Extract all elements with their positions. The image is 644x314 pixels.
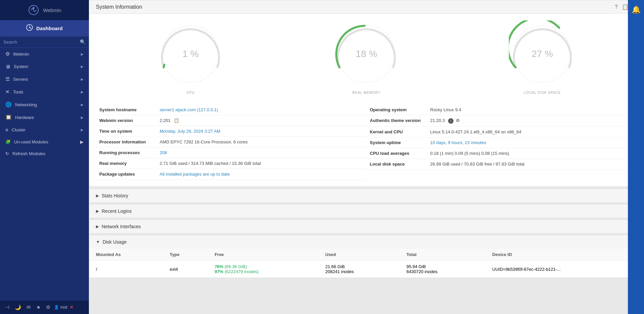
stats-history-arrow: ▶ [96,193,99,198]
sidebar-item-networking-label: Networking [15,102,37,107]
processes-val[interactable]: 208 [160,150,167,155]
settings-small-icon[interactable]: ⚙ [456,118,460,123]
sysinfo-row-processor: Processor information AMD EPYC 7282 16-C… [96,137,367,147]
kernel-val: Linux 5.14.0-427.24.1.el9_4.x86_64 on x8… [430,129,522,134]
recent-logins-label: Recent Logins [102,208,132,214]
logout-button[interactable]: ✕ [69,304,74,310]
dashboard-header[interactable]: Dashboard [0,20,89,37]
theme-key: Authentic theme version [370,118,430,123]
refresh-modules-button[interactable]: ↻ Refresh Modules [0,148,89,160]
row-total: 95.94 GiB 6430720 inodes [400,261,486,278]
user-icon: 👤 [54,305,59,310]
sidebar-item-tools[interactable]: ✕ Tools ▶ [0,85,89,98]
packages-val[interactable]: All installed packages are up to date [160,172,230,177]
network-interfaces-arrow: ▶ [96,224,99,229]
sysinfo-row-hostname: System hostname server1.wjack.com (127.0… [96,105,367,115]
sidebar-item-servers-label: Servers [13,77,28,82]
sysinfo-row-kernel: Kernel and CPU Linux 5.14.0-427.24.1.el9… [367,127,637,137]
user-button[interactable]: 👤 root [54,305,67,310]
sidebar-item-unused-modules[interactable]: 🧩 Un-used Modules ▶ [0,136,89,148]
stats-history-section: ▶ Stats History [89,189,644,203]
col-used: Used [319,249,400,261]
packages-key: Package updates [99,172,160,177]
processor-val: AMD EPYC 7282 16-Core Processor, 6 cores [160,139,248,144]
sidebar-item-system[interactable]: 🖥 System ▶ [0,60,89,73]
mail-button[interactable]: ✉ [25,303,33,311]
recent-logins-header[interactable]: ▶ Recent Logins [89,204,644,218]
col-total: Total [400,249,486,261]
disk-table-header: Mounted As Type Free Used Total Device I… [89,249,644,261]
chevron-right-icon: ▶ [81,52,84,56]
load-key: CPU load averages [370,151,430,156]
sidebar-item-webmin[interactable]: ⚙ Webmin ▶ [0,48,89,60]
sidebar-item-cluster-label: Cluster [12,127,25,132]
uptime-val[interactable]: 10 days, 9 hours, 23 minutes [430,140,486,145]
hostname-key: System hostname [99,107,160,112]
disk-usage-label: Disk Usage [103,239,127,245]
time-val[interactable]: Monday, July 29, 2024 3:27 AM [160,129,220,134]
row-mounted: / [89,261,163,278]
sidebar-item-networking[interactable]: 🌐 Networking ▶ [0,98,89,111]
processes-key: Running processes [99,150,160,155]
os-key: Operating system [370,107,430,112]
search-button[interactable]: 🔍 [80,39,86,45]
row-type: ext4 [163,261,208,278]
sidebar-toolbar: ⊣ 🌙 ✉ ★ ⚙ 👤 root ✕ [0,301,89,314]
sysinfo-row-packages: Package updates All installed packages a… [96,169,367,180]
network-interfaces-section: ▶ Network Interfaces [89,219,644,234]
cluster-nav-icon: ≡ [5,127,8,133]
help-icon[interactable]: ? [615,4,618,10]
col-mounted: Mounted As [89,249,163,261]
star-button[interactable]: ★ [35,303,42,311]
unused-modules-icon: 🧩 [5,139,11,144]
refresh-modules-label: Refresh Modules [12,151,45,156]
sysinfo-row-time: Time on system Monday, July 29, 2024 3:2… [96,126,367,137]
settings-button[interactable]: ⚙ [44,303,52,311]
sidebar-nav: ⚙ Webmin ▶ 🖥 System ▶ ☰ Servers ▶ ✕ Tool… [0,48,89,160]
disk-usage-arrow: ▼ [96,240,100,244]
panel-header: System Information ? 📋 ↻ [89,0,644,14]
system-nav-icon: 🖥 [5,64,10,69]
webmin-icon [28,4,40,16]
sysinfo-row-disk: Local disk space 26.99 GiB used / 70.83 … [367,159,637,170]
panel-title: System Information [96,4,142,10]
chevron-right-icon-4: ▶ [81,90,84,94]
network-interfaces-label: Network Interfaces [102,224,141,229]
network-interfaces-header[interactable]: ▶ Network Interfaces [89,220,644,233]
memory-gauge-svg: 18 % [333,20,400,87]
sysinfo-row-load: CPU load averages 0.18 (1 min) 0.09 (5 m… [367,148,637,159]
sysinfo-row-uptime: System uptime 10 days, 9 hours, 23 minut… [367,137,637,148]
bell-icon[interactable]: 🔔 [632,5,641,14]
sysinfo-right: Operating system Rocky Linux 9.4 Authent… [367,105,637,180]
night-mode-button[interactable]: 🌙 [13,303,23,311]
disk-usage-header[interactable]: ▼ Disk Usage [89,235,644,249]
chevron-right-icon-8: ▶ [80,139,84,144]
sidebar: Webmin Dashboard 🔍 ⚙ Webmin ▶ [0,0,89,314]
free-pct2: 97% [215,269,223,274]
webmin-ver-val: 2.201 📋 [160,118,179,123]
sidebar-item-tools-label: Tools [13,89,23,95]
disk-gauge-label: LOCAL DISK SPACE [524,91,561,95]
sidebar-item-servers[interactable]: ☰ Servers ▶ [0,73,89,85]
info-icon[interactable]: i [448,118,453,124]
cpu-gauge-value: 1 % [182,49,199,59]
servers-nav-icon: ☰ [5,76,10,82]
stats-history-header[interactable]: ▶ Stats History [89,189,644,202]
disk-usage-section: ▼ Disk Usage Mounted As Type Free Used T… [89,235,644,278]
collapse-button[interactable]: ⊣ [3,303,11,311]
sidebar-item-cluster[interactable]: ≡ Cluster ▶ [0,124,89,136]
chevron-right-icon-5: ▶ [81,103,84,107]
copy-small-icon[interactable]: 📋 [174,118,179,123]
refresh-icon: ↻ [5,151,9,156]
chevron-right-icon-3: ▶ [81,77,84,81]
cpu-gauge: 1 % CPU [157,20,224,95]
memory-key: Real memory [99,161,160,166]
col-device: Device ID [486,249,644,261]
copy-icon[interactable]: 📋 [622,4,629,10]
hostname-val[interactable]: server1.wjack.com (127.0.0.1) [160,107,218,112]
search-input[interactable] [3,40,80,45]
hardware-nav-icon: 🔲 [5,114,12,120]
sidebar-item-hardware[interactable]: 🔲 Hardware ▶ [0,111,89,124]
disk-val: 26.99 GiB used / 70.83 GiB free / 97.83 … [430,162,525,167]
row-used: 21.66 GiB 208241 inodes [319,261,400,278]
